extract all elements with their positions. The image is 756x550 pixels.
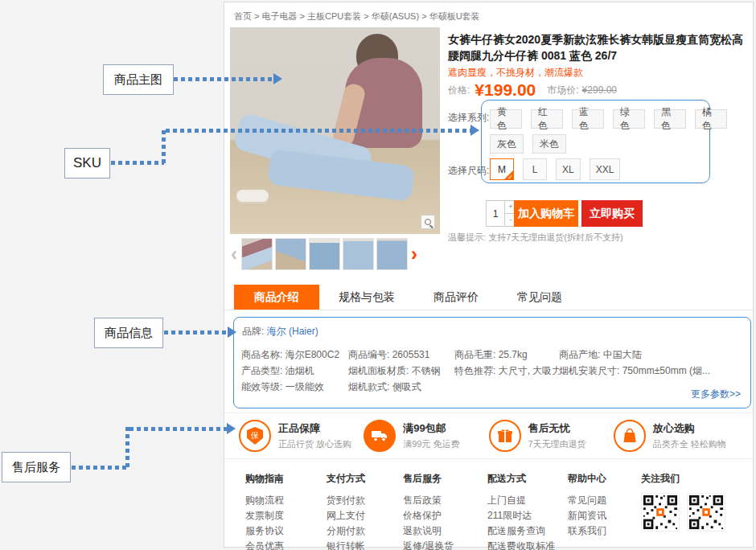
badge-title: 正品保障	[278, 421, 351, 436]
size-option[interactable]: L	[523, 158, 547, 180]
annotation-arrowhead	[228, 326, 236, 338]
series-option[interactable]: 红色	[531, 109, 563, 129]
footer-link[interactable]: 常见问题	[568, 493, 641, 508]
series-option[interactable]: 灰色	[490, 134, 524, 154]
footer-link[interactable]: 联系我们	[568, 523, 641, 539]
footer-link[interactable]: 会员优惠	[245, 539, 327, 550]
footer-column-payment: 支付方式 货到付款 网上支付 分期付款 银行转帐	[327, 472, 403, 548]
size-option[interactable]: XL	[556, 158, 581, 180]
annotation-arrow	[72, 466, 128, 470]
footer-link[interactable]: 发票制度	[245, 508, 327, 523]
thumbnail-strip: ‹ ›	[228, 236, 444, 272]
product-info-grid: 商品名称: 海尔E800C2 商品编号: 2605531 商品毛重: 25.7k…	[241, 348, 742, 396]
magnifier-icon[interactable]	[421, 215, 435, 229]
series-option[interactable]: 黄色	[490, 109, 522, 129]
footer-link[interactable]: 网上支付	[327, 508, 403, 523]
info-field: 商品产地: 中国大陆	[559, 348, 742, 364]
footer-column-aftersales: 售后服务 售后政策 价格保护 退款说明 返修/退换货 取消订单	[403, 472, 487, 548]
price-value: ¥199.00	[475, 80, 536, 100]
brand-link[interactable]: 海尔 (Haier)	[267, 326, 318, 337]
info-field: 商品名称: 海尔E800C2	[241, 348, 348, 364]
annotation-arrow	[164, 330, 228, 335]
product-page-panel: 首页 > 电子电器 > 主板CPU套装 > 华硕(ASUS) > 华硕板U套装 …	[224, 2, 754, 548]
series-option[interactable]: 橘色	[695, 109, 727, 129]
annotation-arrow	[129, 427, 228, 431]
info-field: 产品类型: 油烟机	[241, 364, 348, 380]
info-field: 能效等级: 一级能效	[241, 380, 348, 396]
tips-text: 温馨提示: 支持7天无理由退货(拆封后不支持)	[448, 232, 623, 244]
tab-specs-packaging[interactable]: 规格与包装	[319, 285, 414, 310]
thumbnail[interactable]	[275, 238, 306, 270]
annotation-after-sales-label: 售后服务	[2, 452, 71, 482]
breadcrumb[interactable]: 首页 > 电子电器 > 主板CPU套装 > 华硕(ASUS) > 华硕板U套装	[234, 10, 480, 23]
chevron-right-icon[interactable]: ›	[409, 239, 420, 269]
market-price-label: 市场价:	[547, 84, 578, 97]
footer-link[interactable]: 售后政策	[403, 493, 487, 508]
shield-badge-icon: 保	[239, 420, 271, 452]
annotation-arrow	[162, 130, 166, 165]
quantity-stepper: 1 + -	[486, 200, 517, 227]
footer-link[interactable]: 购物流程	[245, 493, 327, 508]
add-to-cart-button[interactable]: 加入购物车	[514, 200, 578, 227]
footer-link[interactable]: 配送服务查询	[487, 523, 568, 539]
series-option[interactable]: 蓝色	[572, 109, 604, 129]
chevron-left-icon[interactable]: ‹	[228, 239, 240, 269]
service-badge-aftersales: 售后无忧 7天无理由退货	[489, 420, 614, 452]
annotation-arrowhead	[227, 423, 236, 434]
footer-link[interactable]: 上门自提	[487, 493, 568, 508]
tips-label: 温馨提示:	[448, 232, 486, 242]
info-field: 烟机款式: 侧吸式	[348, 380, 454, 396]
series-option[interactable]: 米色	[532, 134, 566, 154]
footer-link[interactable]: 价格保护	[403, 508, 487, 523]
product-title: 女裤牛仔裤女2020夏季新款泫雅长裤女韩版显瘦直筒宽松高腰阔腿九分牛仔裤 008…	[448, 31, 754, 64]
info-field: 特色推荐: 大尺寸, 大吸力, 静音...	[454, 364, 559, 380]
info-field: 商品编号: 2605531	[348, 348, 454, 364]
quantity-input[interactable]: 1	[486, 200, 505, 227]
size-option[interactable]: XXL	[590, 158, 621, 180]
bag-icon	[614, 420, 646, 452]
market-price-value: ¥299.00	[582, 84, 617, 96]
thumbnail[interactable]	[343, 238, 374, 270]
price-row: 价格: ¥199.00 市场价: ¥299.00	[448, 80, 754, 101]
price-label: 价格:	[448, 84, 470, 97]
brand-row: 品牌: 海尔 (Haier)	[241, 325, 742, 339]
brand-label: 品牌:	[242, 326, 264, 337]
footer-link[interactable]: 退款说明	[403, 523, 487, 539]
badge-title: 售后无忧	[528, 421, 586, 436]
annotation-main-image-label: 商品主图	[103, 64, 174, 95]
footer-column-shopping-guide: 购物指南 购物流程 发票制度 服务协议 会员优惠	[245, 472, 327, 548]
tab-product-intro[interactable]: 商品介绍	[234, 285, 319, 310]
qr-code-2	[687, 493, 725, 532]
footer-link[interactable]: 211限时达	[487, 508, 568, 523]
footer-link[interactable]: 返修/退换货	[403, 539, 487, 550]
thumbnail[interactable]	[309, 238, 340, 270]
footer-link[interactable]: 银行转帐	[327, 539, 403, 550]
thumbnail[interactable]	[376, 238, 408, 270]
buy-now-button[interactable]: 立即购买	[581, 200, 643, 227]
series-option[interactable]: 黑色	[654, 109, 686, 129]
service-badge-authentic: 保 正品保障 正品行货 放心选购	[239, 420, 364, 452]
sandal-shape	[236, 190, 269, 202]
badge-subtitle: 正品行货 放心选购	[278, 438, 351, 450]
thumbnail[interactable]	[241, 238, 273, 270]
product-info-callout-box: 品牌: 海尔 (Haier) 商品名称: 海尔E800C2 商品编号: 2605…	[233, 317, 751, 408]
tab-bar: 商品介绍 规格与包装 商品评价 常见问题	[224, 285, 753, 310]
size-option-selected[interactable]: M	[490, 158, 514, 180]
info-field: 烟机面板材质: 不锈钢	[348, 364, 454, 380]
footer-link[interactable]: 货到付款	[327, 493, 403, 508]
footer-link[interactable]: 分期付款	[327, 523, 403, 539]
badge-title: 放心选购	[653, 421, 726, 436]
info-field: 商品毛重: 25.7kg	[454, 348, 559, 364]
sku-callout-box: 黄色 红色 蓝色 绿色 黑色 橘色 灰色 米色 M L XL XXL	[481, 100, 710, 183]
jeans-leg-shape	[267, 149, 415, 202]
footer-link[interactable]: 新闻资讯	[568, 508, 641, 523]
more-params-link[interactable]: 更多参数>>	[691, 388, 741, 401]
tab-reviews[interactable]: 商品评价	[414, 285, 498, 310]
footer-link[interactable]: 服务协议	[245, 523, 327, 539]
footer-link[interactable]: 配送费收取标准	[487, 539, 568, 550]
annotation-arrowhead	[470, 125, 479, 136]
info-field: 烟机安装尺寸: 750mm±50mm (烟...	[559, 364, 742, 380]
series-option[interactable]: 绿色	[613, 109, 645, 129]
gift-icon	[489, 420, 521, 452]
tab-faq[interactable]: 常见问题	[498, 285, 581, 310]
